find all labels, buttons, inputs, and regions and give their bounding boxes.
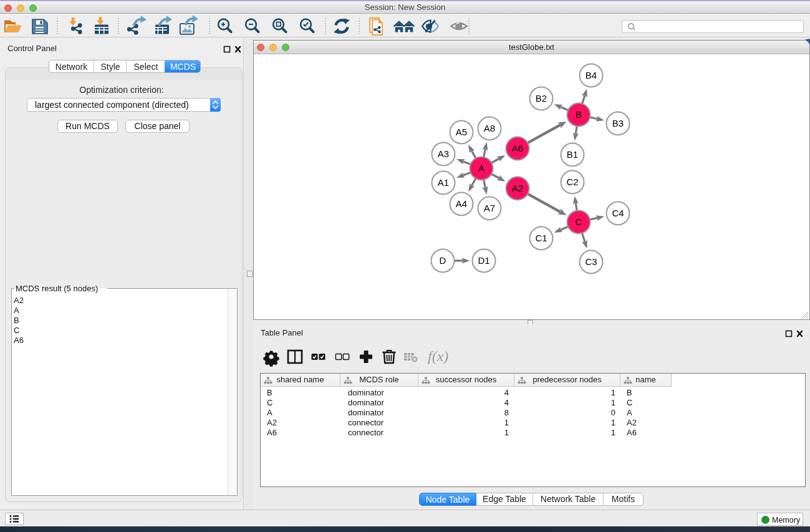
svg-text:A2: A2 [512,183,523,193]
svg-text:C3: C3 [585,256,597,267]
svg-text:B3: B3 [612,118,624,128]
svg-text:C1: C1 [535,233,547,243]
svg-text:C2: C2 [566,177,578,187]
svg-text:A: A [478,163,485,173]
svg-text:A6: A6 [512,143,523,153]
svg-text:A7: A7 [484,203,495,213]
svg-text:A8: A8 [484,123,495,133]
svg-text:D: D [440,255,446,266]
svg-text:B2: B2 [536,93,547,104]
svg-text:B4: B4 [586,70,597,80]
svg-text:B1: B1 [567,149,578,160]
svg-text:A4: A4 [456,198,467,209]
svg-text:C: C [576,216,582,227]
svg-text:f(x): f(x) [428,348,448,364]
svg-text:B: B [576,109,582,120]
svg-text:C4: C4 [612,208,624,218]
svg-text:A3: A3 [438,148,449,159]
svg-text:A5: A5 [456,127,467,137]
svg-text:D1: D1 [478,255,489,266]
svg-text:A1: A1 [438,177,449,188]
